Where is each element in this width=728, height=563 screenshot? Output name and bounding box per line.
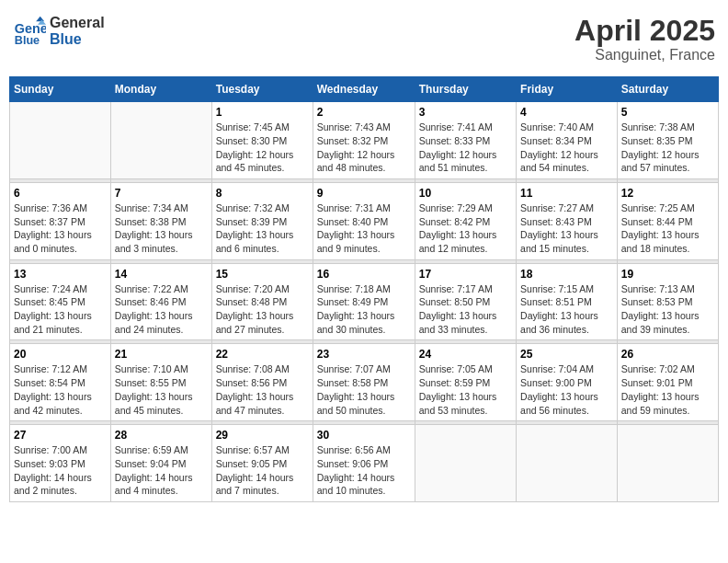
calendar-cell: 28Sunrise: 6:59 AM Sunset: 9:04 PM Dayli… bbox=[110, 425, 211, 502]
calendar-cell bbox=[517, 425, 618, 502]
day-number: 29 bbox=[216, 429, 309, 442]
calendar-week-row: 20Sunrise: 7:12 AM Sunset: 8:54 PM Dayli… bbox=[10, 344, 719, 421]
calendar-cell: 26Sunrise: 7:02 AM Sunset: 9:01 PM Dayli… bbox=[617, 344, 718, 421]
day-info: Sunrise: 7:13 AM Sunset: 8:53 PM Dayligh… bbox=[621, 282, 714, 337]
calendar-cell: 30Sunrise: 6:56 AM Sunset: 9:06 PM Dayli… bbox=[313, 425, 415, 502]
day-info: Sunrise: 7:36 AM Sunset: 8:37 PM Dayligh… bbox=[14, 201, 107, 256]
calendar-cell: 25Sunrise: 7:04 AM Sunset: 9:00 PM Dayli… bbox=[517, 344, 618, 421]
day-info: Sunrise: 6:57 AM Sunset: 9:05 PM Dayligh… bbox=[216, 443, 309, 498]
calendar-cell: 24Sunrise: 7:05 AM Sunset: 8:59 PM Dayli… bbox=[415, 344, 516, 421]
day-number: 14 bbox=[115, 268, 208, 281]
day-number: 1 bbox=[216, 106, 309, 119]
day-info: Sunrise: 7:00 AM Sunset: 9:03 PM Dayligh… bbox=[14, 443, 107, 498]
calendar-cell: 21Sunrise: 7:10 AM Sunset: 8:55 PM Dayli… bbox=[110, 344, 211, 421]
day-number: 26 bbox=[621, 348, 714, 361]
weekday-header: Monday bbox=[110, 77, 211, 102]
calendar-cell: 8Sunrise: 7:32 AM Sunset: 8:39 PM Daylig… bbox=[211, 182, 313, 259]
day-number: 5 bbox=[621, 106, 714, 119]
day-number: 2 bbox=[317, 106, 411, 119]
svg-marker-2 bbox=[36, 17, 44, 21]
day-info: Sunrise: 7:24 AM Sunset: 8:45 PM Dayligh… bbox=[14, 282, 107, 337]
calendar-week-row: 13Sunrise: 7:24 AM Sunset: 8:45 PM Dayli… bbox=[10, 263, 719, 340]
svg-text:Blue: Blue bbox=[15, 34, 40, 47]
day-info: Sunrise: 7:18 AM Sunset: 8:49 PM Dayligh… bbox=[317, 282, 411, 337]
day-info: Sunrise: 7:10 AM Sunset: 8:55 PM Dayligh… bbox=[115, 362, 208, 417]
page-header: General Blue General Blue April 2025 San… bbox=[9, 9, 719, 69]
calendar-cell: 20Sunrise: 7:12 AM Sunset: 8:54 PM Dayli… bbox=[10, 344, 111, 421]
day-info: Sunrise: 7:05 AM Sunset: 8:59 PM Dayligh… bbox=[419, 362, 512, 417]
day-info: Sunrise: 6:56 AM Sunset: 9:06 PM Dayligh… bbox=[317, 443, 411, 498]
day-number: 18 bbox=[520, 268, 613, 281]
calendar-cell: 27Sunrise: 7:00 AM Sunset: 9:03 PM Dayli… bbox=[10, 425, 111, 502]
day-number: 7 bbox=[115, 187, 208, 200]
day-info: Sunrise: 7:32 AM Sunset: 8:39 PM Dayligh… bbox=[216, 201, 309, 256]
day-number: 20 bbox=[14, 348, 107, 361]
day-info: Sunrise: 7:02 AM Sunset: 9:01 PM Dayligh… bbox=[621, 362, 714, 417]
day-info: Sunrise: 7:20 AM Sunset: 8:48 PM Dayligh… bbox=[216, 282, 309, 337]
day-info: Sunrise: 7:07 AM Sunset: 8:58 PM Dayligh… bbox=[317, 362, 411, 417]
day-number: 24 bbox=[419, 348, 512, 361]
calendar-week-row: 27Sunrise: 7:00 AM Sunset: 9:03 PM Dayli… bbox=[10, 425, 719, 502]
calendar-cell bbox=[617, 425, 718, 502]
calendar-cell: 4Sunrise: 7:40 AM Sunset: 8:34 PM Daylig… bbox=[517, 102, 618, 179]
day-info: Sunrise: 7:22 AM Sunset: 8:46 PM Dayligh… bbox=[115, 282, 208, 337]
calendar-cell: 5Sunrise: 7:38 AM Sunset: 8:35 PM Daylig… bbox=[617, 102, 718, 179]
calendar-cell: 13Sunrise: 7:24 AM Sunset: 8:45 PM Dayli… bbox=[10, 263, 111, 340]
day-number: 4 bbox=[520, 106, 613, 119]
day-number: 12 bbox=[621, 187, 714, 200]
logo: General Blue General Blue bbox=[13, 15, 105, 48]
calendar-cell: 10Sunrise: 7:29 AM Sunset: 8:42 PM Dayli… bbox=[415, 182, 516, 259]
day-info: Sunrise: 7:34 AM Sunset: 8:38 PM Dayligh… bbox=[115, 201, 208, 256]
calendar-cell: 1Sunrise: 7:45 AM Sunset: 8:30 PM Daylig… bbox=[211, 102, 313, 179]
day-number: 10 bbox=[419, 187, 512, 200]
calendar-week-row: 1Sunrise: 7:45 AM Sunset: 8:30 PM Daylig… bbox=[10, 102, 719, 179]
day-info: Sunrise: 7:27 AM Sunset: 8:43 PM Dayligh… bbox=[520, 201, 613, 256]
day-number: 6 bbox=[14, 187, 107, 200]
calendar-cell: 14Sunrise: 7:22 AM Sunset: 8:46 PM Dayli… bbox=[110, 263, 211, 340]
day-number: 19 bbox=[621, 268, 714, 281]
day-info: Sunrise: 6:59 AM Sunset: 9:04 PM Dayligh… bbox=[115, 443, 208, 498]
day-number: 15 bbox=[216, 268, 309, 281]
logo-icon: General Blue bbox=[13, 15, 46, 48]
calendar-header-row: SundayMondayTuesdayWednesdayThursdayFrid… bbox=[10, 77, 719, 102]
day-number: 22 bbox=[216, 348, 309, 361]
calendar-cell: 15Sunrise: 7:20 AM Sunset: 8:48 PM Dayli… bbox=[211, 263, 313, 340]
calendar-cell: 18Sunrise: 7:15 AM Sunset: 8:51 PM Dayli… bbox=[517, 263, 618, 340]
calendar-cell: 19Sunrise: 7:13 AM Sunset: 8:53 PM Dayli… bbox=[617, 263, 718, 340]
day-info: Sunrise: 7:45 AM Sunset: 8:30 PM Dayligh… bbox=[216, 121, 309, 175]
calendar-cell: 22Sunrise: 7:08 AM Sunset: 8:56 PM Dayli… bbox=[211, 344, 313, 421]
day-info: Sunrise: 7:12 AM Sunset: 8:54 PM Dayligh… bbox=[14, 362, 107, 417]
day-info: Sunrise: 7:43 AM Sunset: 8:32 PM Dayligh… bbox=[317, 121, 411, 175]
calendar-cell: 12Sunrise: 7:25 AM Sunset: 8:44 PM Dayli… bbox=[617, 182, 718, 259]
day-info: Sunrise: 7:40 AM Sunset: 8:34 PM Dayligh… bbox=[520, 121, 613, 175]
day-number: 13 bbox=[14, 268, 107, 281]
location-title: Sanguinet, France bbox=[574, 47, 715, 63]
calendar-cell: 6Sunrise: 7:36 AM Sunset: 8:37 PM Daylig… bbox=[10, 182, 111, 259]
day-info: Sunrise: 7:29 AM Sunset: 8:42 PM Dayligh… bbox=[419, 201, 512, 256]
day-info: Sunrise: 7:41 AM Sunset: 8:33 PM Dayligh… bbox=[419, 121, 512, 175]
calendar-cell bbox=[415, 425, 516, 502]
day-info: Sunrise: 7:38 AM Sunset: 8:35 PM Dayligh… bbox=[621, 121, 714, 175]
day-number: 27 bbox=[14, 429, 107, 442]
weekday-header: Friday bbox=[517, 77, 618, 102]
day-number: 11 bbox=[520, 187, 613, 200]
day-number: 25 bbox=[520, 348, 613, 361]
weekday-header: Tuesday bbox=[211, 77, 313, 102]
weekday-header: Saturday bbox=[617, 77, 718, 102]
title-block: April 2025 Sanguinet, France bbox=[574, 15, 715, 63]
day-number: 3 bbox=[419, 106, 512, 119]
day-number: 30 bbox=[317, 429, 411, 442]
day-number: 9 bbox=[317, 187, 411, 200]
weekday-header: Wednesday bbox=[313, 77, 415, 102]
calendar-table: SundayMondayTuesdayWednesdayThursdayFrid… bbox=[9, 76, 719, 502]
month-title: April 2025 bbox=[574, 15, 715, 47]
day-number: 28 bbox=[115, 429, 208, 442]
calendar-cell: 2Sunrise: 7:43 AM Sunset: 8:32 PM Daylig… bbox=[313, 102, 415, 179]
day-info: Sunrise: 7:17 AM Sunset: 8:50 PM Dayligh… bbox=[419, 282, 512, 337]
day-number: 8 bbox=[216, 187, 309, 200]
calendar-cell: 23Sunrise: 7:07 AM Sunset: 8:58 PM Dayli… bbox=[313, 344, 415, 421]
calendar-cell: 29Sunrise: 6:57 AM Sunset: 9:05 PM Dayli… bbox=[211, 425, 313, 502]
day-number: 16 bbox=[317, 268, 411, 281]
day-info: Sunrise: 7:08 AM Sunset: 8:56 PM Dayligh… bbox=[216, 362, 309, 417]
calendar-cell: 7Sunrise: 7:34 AM Sunset: 8:38 PM Daylig… bbox=[110, 182, 211, 259]
